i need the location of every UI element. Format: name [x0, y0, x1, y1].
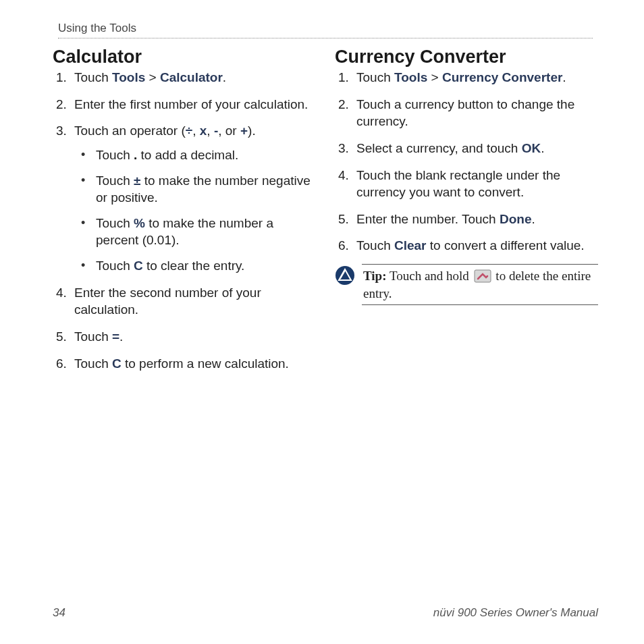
svg-rect-1 [475, 270, 491, 282]
operator-bullets: Touch . to add a decimal. Touch ± to mak… [74, 146, 316, 275]
text: Touch [96, 216, 134, 230]
key-equals: = [112, 329, 119, 344]
text: Touch and hold [387, 269, 473, 283]
tip-callout: Tip: Touch and hold to delete the entire… [335, 264, 598, 305]
text: Touch [356, 238, 394, 252]
tip-text: Tip: Touch and hold to delete the entire… [362, 264, 598, 305]
tip-label: Tip: [363, 269, 387, 283]
text: . [119, 329, 123, 344]
list-item: Touch C to perform a new calculation. [70, 355, 316, 373]
key-plusminus: ± [134, 173, 140, 188]
list-item: Touch Tools > Currency Converter. [352, 69, 598, 86]
list-item: Touch =. [70, 328, 316, 346]
text: . [541, 141, 544, 155]
list-item: Touch a currency button to change the cu… [352, 96, 598, 130]
content-columns: Calculator Touch Tools > Calculator. Ent… [53, 47, 598, 381]
list-item: Enter the second number of your calculat… [70, 284, 316, 319]
currency-heading: Currency Converter [335, 47, 598, 68]
list-item: Touch the blank rectangle under the curr… [352, 167, 598, 201]
currency-column: Currency Converter Touch Tools > Currenc… [335, 47, 598, 381]
page-footer: 34 nüvi 900 Series Owner's Manual [53, 606, 598, 620]
key-ok: OK [522, 141, 541, 155]
text: ). [248, 124, 256, 138]
key-clear: C [134, 259, 143, 273]
key-percent: % [134, 216, 145, 230]
list-item: Select a currency, and touch OK. [352, 140, 598, 157]
list-item: Touch an operator (÷, x, -, or +). Touch… [70, 122, 316, 274]
list-item: Touch ± to make the number negative or p… [80, 172, 316, 207]
page-number: 34 [53, 606, 65, 620]
text: Touch [96, 148, 134, 162]
section-header: Using the Tools [58, 22, 593, 38]
text: Touch [74, 356, 112, 371]
calculator-heading: Calculator [53, 47, 316, 68]
text: > [427, 70, 442, 84]
erase-icon [474, 269, 491, 283]
text: Select a currency, and touch [356, 141, 522, 155]
text: , [207, 124, 214, 138]
key-clear: C [112, 356, 122, 371]
list-item: Touch Tools > Calculator. [70, 69, 316, 86]
text: Touch [356, 70, 394, 84]
text: Touch an operator ( [74, 124, 186, 138]
key-clear: Clear [394, 238, 427, 252]
list-item: Touch Clear to convert a different value… [352, 237, 598, 254]
text: Touch [74, 70, 112, 84]
calculator-label: Calculator [160, 70, 223, 84]
currency-converter-label: Currency Converter [442, 70, 562, 84]
list-item: Enter the first number of your calculati… [70, 96, 316, 113]
text: . [531, 212, 535, 226]
text: , [192, 124, 200, 138]
list-item: Touch C to clear the entry. [80, 257, 316, 275]
list-item: Touch . to add a decimal. [80, 146, 316, 164]
text: to convert a different value. [427, 238, 585, 252]
operator-divide: ÷ [186, 124, 192, 138]
calculator-steps: Touch Tools > Calculator. Enter the firs… [53, 69, 316, 372]
currency-steps: Touch Tools > Currency Converter. Touch … [335, 69, 598, 254]
key-done: Done [500, 212, 532, 226]
text: Touch [74, 329, 112, 344]
text: Touch [96, 259, 134, 273]
text: , or [218, 124, 240, 138]
text: . [223, 70, 226, 84]
tools-label: Tools [394, 70, 427, 84]
list-item: Enter the number. Touch Done. [352, 211, 598, 228]
text: to clear the entry. [143, 259, 245, 273]
text: . [562, 70, 566, 84]
list-item: Touch % to make the number a percent (0.… [80, 215, 316, 249]
operator-multiply: x [200, 124, 207, 138]
manual-title: nüvi 900 Series Owner's Manual [433, 606, 598, 620]
calculator-column: Calculator Touch Tools > Calculator. Ent… [53, 47, 316, 381]
text: > [145, 70, 160, 84]
text: Touch [96, 173, 134, 188]
operator-plus: + [240, 124, 248, 138]
tip-icon [335, 265, 355, 286]
text: Enter the number. Touch [356, 212, 500, 226]
tools-label: Tools [112, 70, 145, 84]
text: to perform a new calculation. [122, 356, 289, 371]
text: to add a decimal. [137, 148, 238, 162]
